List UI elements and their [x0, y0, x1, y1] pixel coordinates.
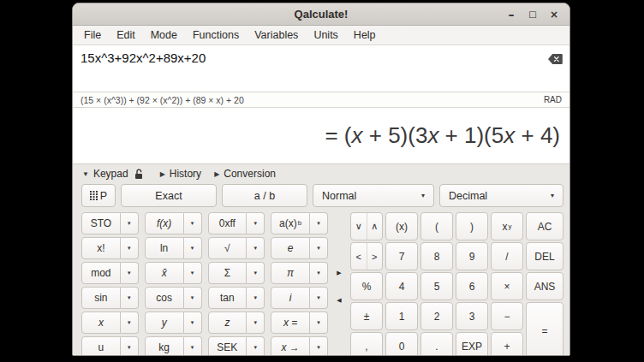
- key-del[interactable]: DEL: [526, 242, 564, 270]
- display-mode-dropdown[interactable]: Normal ▾: [313, 184, 434, 207]
- key-var-z[interactable]: z: [208, 312, 247, 334]
- key-equals[interactable]: =: [526, 302, 564, 356]
- key-digit-2[interactable]: 2: [420, 302, 453, 330]
- titlebar[interactable]: Qalculate! – □ ×: [73, 3, 569, 26]
- key-plusminus[interactable]: ±: [350, 302, 383, 330]
- menu-functions[interactable]: Functions: [185, 27, 247, 43]
- key-factorial[interactable]: x!: [81, 237, 121, 259]
- key-digit-5[interactable]: 5: [420, 272, 453, 300]
- conversion-expander[interactable]: ▶ Conversion: [214, 168, 276, 180]
- key-ans[interactable]: ANS: [526, 272, 564, 300]
- history-expander[interactable]: ▶ History: [160, 168, 202, 180]
- angle-mode-indicator[interactable]: RAD: [544, 95, 562, 104]
- key-ln-menu[interactable]: ▾: [184, 237, 202, 259]
- key-digit-8[interactable]: 8: [420, 242, 453, 270]
- minimize-button[interactable]: –: [504, 7, 519, 22]
- key-tan-menu[interactable]: ▾: [247, 287, 265, 309]
- key-tan[interactable]: tan: [208, 287, 247, 309]
- menu-variables[interactable]: Variables: [247, 27, 306, 43]
- key-digit-0[interactable]: 0: [385, 332, 418, 356]
- key-pi-menu[interactable]: ▾: [310, 262, 328, 284]
- key-i[interactable]: i: [271, 287, 310, 309]
- key-convert-menu[interactable]: ▾: [310, 336, 328, 356]
- key-digit-9[interactable]: 9: [456, 242, 488, 270]
- key-smart-parens[interactable]: (x): [385, 212, 418, 240]
- menu-units[interactable]: Units: [306, 27, 345, 43]
- key-mean[interactable]: x̄: [145, 262, 184, 284]
- key-cos[interactable]: cos: [145, 287, 184, 309]
- key-fx[interactable]: f(x): [145, 212, 184, 234]
- key-mod-menu[interactable]: ▾: [121, 262, 139, 284]
- key-sqrt[interactable]: √: [208, 237, 247, 259]
- key-digit-3[interactable]: 3: [456, 302, 488, 330]
- expression-input[interactable]: 15x^3+92x^2+89x+20: [73, 45, 569, 92]
- key-cos-menu[interactable]: ▾: [184, 287, 202, 309]
- key-var-y-menu[interactable]: ▾: [184, 312, 202, 334]
- key-unit-kg-menu[interactable]: ▾: [184, 336, 202, 356]
- lock-open-icon[interactable]: [134, 169, 144, 180]
- key-digit-7[interactable]: 7: [385, 242, 418, 270]
- key-exp[interactable]: EXP: [456, 332, 488, 356]
- key-comma[interactable]: ,: [350, 332, 383, 356]
- key-var-z-menu[interactable]: ▾: [247, 312, 265, 334]
- key-unit-u-menu[interactable]: ▾: [121, 336, 139, 356]
- key-scroll-up[interactable]: ∧: [367, 213, 383, 240]
- keypad-expander[interactable]: ▼ Keypad: [82, 168, 147, 180]
- key-ac[interactable]: AC: [526, 212, 564, 240]
- key-currency-sek[interactable]: SEK: [208, 336, 247, 356]
- key-sin[interactable]: sin: [81, 287, 121, 309]
- key-sin-menu[interactable]: ▾: [121, 287, 139, 309]
- key-divide[interactable]: /: [491, 242, 523, 270]
- fraction-button[interactable]: a / b: [222, 184, 307, 207]
- key-cursor-right[interactable]: >: [367, 243, 383, 270]
- key-decimal-point[interactable]: .: [420, 332, 453, 356]
- key-mod[interactable]: mod: [81, 262, 121, 284]
- key-currency-sek-menu[interactable]: ▾: [247, 336, 265, 356]
- key-plus[interactable]: +: [491, 332, 523, 356]
- key-var-x-menu[interactable]: ▾: [121, 312, 139, 334]
- key-hex-menu[interactable]: ▾: [247, 212, 265, 234]
- key-digit-6[interactable]: 6: [456, 272, 488, 300]
- key-unit-kg[interactable]: kg: [145, 336, 184, 356]
- key-factorial-menu[interactable]: ▾: [121, 237, 139, 259]
- backspace-icon[interactable]: [548, 52, 563, 62]
- key-sto[interactable]: STO: [81, 212, 121, 234]
- key-close-paren[interactable]: ): [456, 212, 488, 240]
- key-digit-1[interactable]: 1: [385, 302, 418, 330]
- key-sto-menu[interactable]: ▾: [121, 212, 139, 234]
- key-e[interactable]: e: [271, 237, 310, 259]
- key-hex[interactable]: 0xff: [208, 212, 247, 234]
- key-sqrt-menu[interactable]: ▾: [247, 237, 265, 259]
- key-digit-4[interactable]: 4: [385, 272, 418, 300]
- key-var-x[interactable]: x: [81, 312, 121, 334]
- key-unit-u[interactable]: u: [81, 336, 121, 356]
- key-axb-menu[interactable]: ▾: [310, 212, 328, 234]
- key-ln[interactable]: ln: [145, 237, 184, 259]
- key-minus[interactable]: −: [491, 302, 523, 330]
- pager-left-icon[interactable]: ◀: [337, 297, 341, 304]
- key-sum-menu[interactable]: ▾: [247, 262, 265, 284]
- exact-button[interactable]: Exact: [121, 184, 217, 207]
- number-base-dropdown[interactable]: Decimal ▾: [439, 184, 564, 207]
- key-scroll-down[interactable]: ∨: [351, 213, 367, 240]
- key-percent[interactable]: %: [350, 272, 383, 300]
- close-button[interactable]: ×: [546, 7, 562, 22]
- key-mean-menu[interactable]: ▾: [184, 262, 202, 284]
- key-solve-menu[interactable]: ▾: [310, 312, 328, 334]
- key-fx-menu[interactable]: ▾: [184, 212, 202, 234]
- key-sum[interactable]: Σ: [208, 262, 247, 284]
- maximize-button[interactable]: □: [525, 7, 540, 22]
- key-var-y[interactable]: y: [145, 312, 184, 334]
- menu-help[interactable]: Help: [346, 27, 384, 43]
- key-axb[interactable]: a(x)b: [271, 212, 310, 234]
- menu-file[interactable]: File: [76, 27, 109, 43]
- key-convert[interactable]: x →: [271, 336, 310, 356]
- programming-keypad-button[interactable]: P: [81, 184, 116, 207]
- key-e-menu[interactable]: ▾: [310, 237, 328, 259]
- key-open-paren[interactable]: (: [420, 212, 453, 240]
- key-multiply[interactable]: ×: [491, 272, 523, 300]
- key-pi[interactable]: π: [271, 262, 310, 284]
- pager-right-icon[interactable]: ▶: [337, 270, 341, 276]
- menu-edit[interactable]: Edit: [109, 27, 143, 43]
- menu-mode[interactable]: Mode: [143, 27, 185, 43]
